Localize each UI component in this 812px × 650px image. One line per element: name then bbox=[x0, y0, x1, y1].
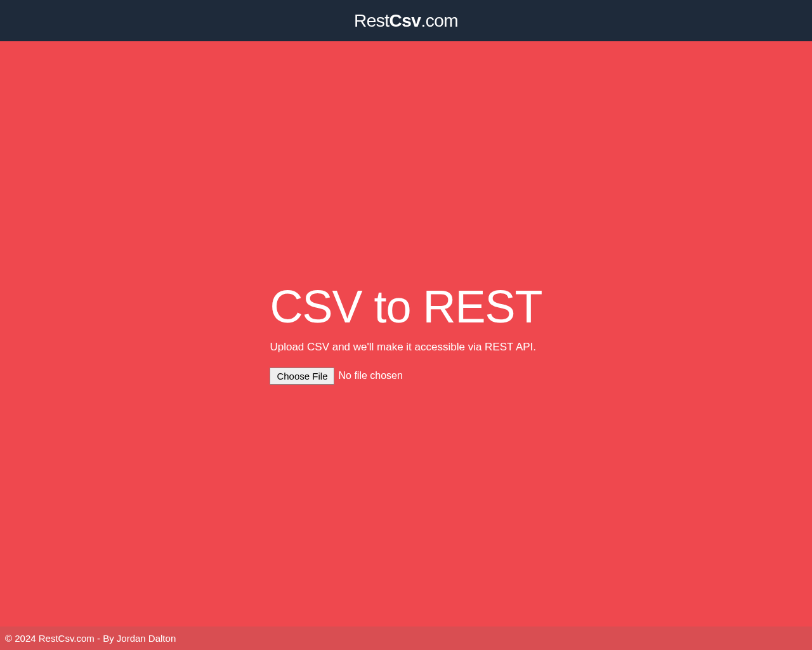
file-status-text: No file chosen bbox=[338, 370, 402, 381]
logo-part-csv: Csv bbox=[390, 11, 421, 30]
site-header: RestCsv.com bbox=[0, 0, 812, 41]
choose-file-button[interactable]: Choose File bbox=[270, 368, 334, 385]
author-link[interactable]: Jordan Dalton bbox=[117, 633, 176, 644]
page-subtitle: Upload CSV and we'll make it accessible … bbox=[270, 341, 542, 354]
main-content: CSV to REST Upload CSV and we'll make it… bbox=[0, 41, 812, 627]
logo-part-rest: Rest bbox=[354, 11, 390, 30]
page-title: CSV to REST bbox=[270, 284, 542, 329]
copyright-text: © 2024 RestCsv.com - By bbox=[5, 633, 117, 644]
site-footer: © 2024 RestCsv.com - By Jordan Dalton bbox=[0, 627, 812, 650]
logo-part-com: .com bbox=[421, 11, 458, 30]
logo[interactable]: RestCsv.com bbox=[354, 11, 458, 31]
file-upload: Choose File No file chosen bbox=[270, 368, 542, 385]
hero-section: CSV to REST Upload CSV and we'll make it… bbox=[270, 284, 542, 385]
